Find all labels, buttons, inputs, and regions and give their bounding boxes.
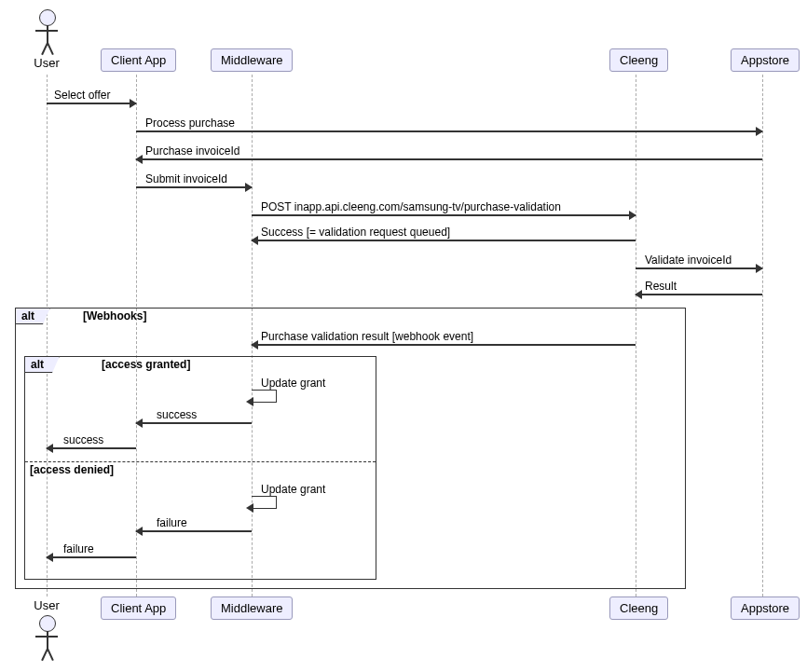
actor-body [47,25,48,44]
msg-validate-invoiceid: Validate invoiceId [643,254,733,267]
self-msg [252,390,277,403]
msg-select-offer: Select offer [52,89,112,102]
actor-user-head [39,9,56,26]
arrow [136,158,762,160]
participant-cleeng: Cleeng [609,48,668,72]
sequence-diagram: User Client App Middleware Cleeng Appsto… [9,9,798,663]
actor-body [47,631,48,650]
arrow [252,214,636,216]
arrow [636,294,762,295]
actor-user-label: User [28,56,65,70]
frame-divider [25,461,376,462]
arrow [136,422,252,424]
msg-failure-1: failure [155,516,189,529]
msg-webhook-event: Purchase validation result [webhook even… [259,330,475,343]
arrow [47,556,136,558]
actor-leg [47,649,53,661]
frame-cond-webhooks: [Webhooks] [83,309,146,322]
msg-success-queued: Success [= validation request queued] [259,226,452,239]
actor-arms [35,636,58,638]
participant-appstore-bottom: Appstore [731,597,800,620]
participant-client-app: Client App [101,48,176,72]
actor-user-label-bottom: User [28,598,65,612]
arrow [252,240,636,241]
participant-middleware: Middleware [211,48,293,72]
msg-process-purchase: Process purchase [144,117,237,130]
actor-user-head-bottom [39,615,56,632]
frame-tag-alt: alt [15,308,50,324]
arrow [136,186,252,188]
arrow [47,447,136,449]
frame-cond-denied: [access denied] [30,463,114,476]
arrow [47,103,136,104]
msg-success-2: success [62,433,105,446]
actor-arms [35,30,58,32]
frame-tag-alt2: alt [24,356,60,373]
arrow [636,267,762,269]
msg-failure-2: failure [62,542,96,555]
msg-success-1: success [155,408,198,421]
participant-cleeng-bottom: Cleeng [609,597,668,620]
msg-update-grant-2: Update grant [259,483,327,496]
lifeline-appstore [762,75,763,597]
participant-appstore: Appstore [731,48,800,72]
participant-client-app-bottom: Client App [101,597,176,620]
msg-result: Result [643,280,678,293]
arrow [136,130,762,132]
frame-cond-granted: [access granted] [102,358,190,371]
arrow [136,530,252,532]
actor-leg [47,43,53,55]
participant-middleware-bottom: Middleware [211,597,293,620]
msg-submit-invoiceid: Submit invoiceId [144,172,229,185]
self-msg [252,496,277,509]
msg-post-validation: POST inapp.api.cleeng.com/samsung-tv/pur… [259,200,563,213]
msg-update-grant-1: Update grant [259,377,327,390]
msg-purchase-invoiceid: Purchase invoiceId [144,144,241,158]
arrow [252,344,636,346]
